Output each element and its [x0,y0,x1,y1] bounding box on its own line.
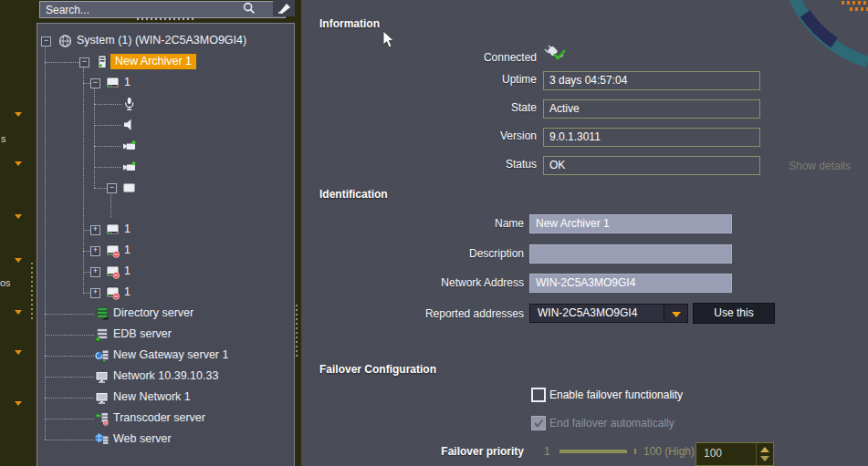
edit-filter-button[interactable] [273,0,295,16]
chevron-down-icon [672,312,681,317]
failover-priority-slider[interactable] [559,450,627,453]
spin-down-icon[interactable] [760,456,769,461]
tree-item-label[interactable]: 1 [124,285,131,300]
slider-tick [634,449,636,454]
unit-plain-icon [121,181,137,195]
connected-label: Connected [392,51,537,64]
tree-item-label[interactable]: Web server [113,431,172,447]
checkbox-label: Enable failover functionality [549,388,683,401]
splitter-handle[interactable] [137,17,193,20]
info-field-label: Uptime [392,73,537,86]
tree-guide-stub [94,146,121,147]
chevron-down-icon[interactable] [15,310,22,315]
failover-priority-spinner[interactable]: 100 [695,442,774,466]
unit-online-icon [105,76,120,90]
tree-item-icon [105,285,120,300]
expand-expander-icon[interactable]: + [90,288,100,298]
tree-item-label[interactable]: EDB server [113,326,172,342]
tree-guide-stub [83,230,90,231]
tree-item-icon [94,432,110,447]
tree-guide-stub [94,125,121,126]
camera-icon [121,160,137,174]
identification-field-input[interactable]: New Archiver 1 [529,214,732,233]
collapse-expander-icon[interactable]: − [41,36,51,47]
info-field-value: OK [543,156,760,175]
collapse-expander-icon[interactable]: − [107,183,117,193]
spinner-buttons[interactable] [756,443,773,465]
expand-expander-icon[interactable]: + [90,267,100,277]
tree-guide-stub [45,62,79,63]
identification-field-input[interactable]: WIN-2C5A3MO9GI4 [529,274,732,293]
tree-guide-stub [83,83,90,84]
tree-guide-stub [45,314,94,315]
info-field-label: Version [392,129,537,142]
info-field-value: Active [543,99,760,119]
identification-section-title: Identification [319,188,388,201]
tree-guide-stub [45,440,94,440]
tree-item-icon [94,327,110,342]
tree-item-icon [94,411,110,426]
info-field-value: 3 days 04:57:04 [543,71,760,90]
tree-item-icon [121,160,137,174]
web-icon [94,432,110,447]
right-splitter-grip[interactable] [296,305,298,357]
network-icon [94,369,110,384]
tree-guide-stub [94,167,121,168]
show-details-link[interactable]: Show details [789,160,851,172]
tree-item-label[interactable]: 1 [124,264,131,279]
tree-item-label[interactable]: 1 [124,222,131,237]
tree-guide-stub [45,419,94,419]
chevron-down-icon[interactable] [15,112,22,117]
collapse-expander-icon[interactable]: − [90,78,100,88]
gateway-icon [94,348,110,363]
tree-guide-stub [45,356,94,357]
tree-item-label[interactable]: Network 10.39.10.33 [113,368,218,384]
tree-item-label[interactable]: New Archiver 1 [110,54,196,69]
reported-addresses-value: WIN-2C5A3MO9GI4 [538,306,637,319]
globe-icon [58,34,73,48]
expand-expander-icon[interactable]: + [90,246,100,256]
tree-item-label[interactable]: 1 [124,75,131,90]
tree-item-icon [58,34,73,48]
priority-max-label: 100 (High) [643,445,695,458]
checkbox[interactable] [531,388,546,402]
directory-icon [94,306,110,321]
tree-item-icon [121,139,137,153]
tree-item-icon [121,97,137,111]
tree-item-label[interactable]: Transcoder server [113,410,205,426]
identification-field-label: Description [347,247,524,260]
dropdown-arrow-button[interactable] [664,304,688,323]
tree-guide-line [83,64,84,293]
tree-item-label[interactable]: 1 [124,243,131,258]
use-this-button[interactable]: Use this [693,303,775,324]
info-field-label: State [392,101,537,114]
information-section-title: Information [319,17,380,30]
tree-guide-stub [83,251,90,252]
chevron-down-icon[interactable] [15,350,22,355]
reported-addresses-label: Reported addresses [347,307,524,320]
spin-up-icon[interactable] [760,447,769,452]
unit-online-icon [105,223,120,237]
reported-addresses-select[interactable]: WIN-2C5A3MO9GI4 [529,304,664,323]
chevron-down-icon[interactable] [15,258,22,263]
identification-field-input[interactable] [529,244,732,264]
tree-guide-line [45,43,46,440]
expand-expander-icon[interactable]: + [90,225,100,235]
tree-item-label[interactable]: New Gateway server 1 [113,347,228,363]
chevron-down-icon[interactable] [15,401,22,406]
collapse-expander-icon[interactable]: − [79,57,89,67]
tree-item-label[interactable]: Directory server [113,305,193,321]
chevron-down-icon[interactable] [15,214,22,219]
tree-guide-stub [83,293,90,294]
tree-guide-stub [45,377,94,378]
sidebar-label-fragment: os [0,277,11,288]
left-splitter-grip[interactable] [31,263,33,319]
edb-icon [94,327,110,342]
tree-item-icon [94,390,110,405]
decorative-ring-chart-arc [758,0,868,73]
tree-item-label[interactable]: New Network 1 [113,389,191,405]
info-field-label: Status [392,158,537,171]
tree-item-label[interactable]: System (1) (WIN-2C5A3MO9GI4) [77,33,246,48]
transcoder-icon [94,411,110,426]
chevron-down-icon[interactable] [15,161,22,166]
